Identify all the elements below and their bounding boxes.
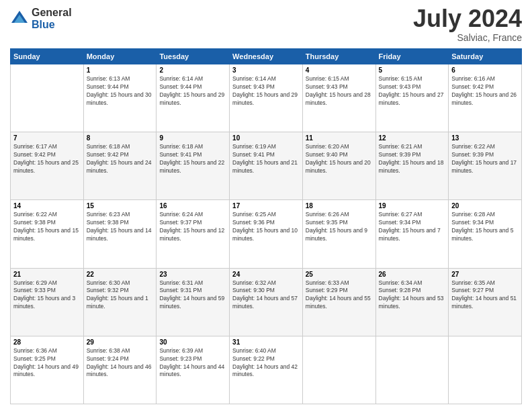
table-cell: 14Sunrise: 6:22 AMSunset: 9:38 PMDayligh… xyxy=(11,200,84,268)
calendar-table: Sunday Monday Tuesday Wednesday Thursday… xyxy=(10,48,522,404)
day-info: Sunrise: 6:25 AMSunset: 9:36 PMDaylight:… xyxy=(232,211,300,243)
day-info: Sunrise: 6:33 AMSunset: 9:29 PMDaylight:… xyxy=(306,279,373,312)
day-info: Sunrise: 6:24 AMSunset: 9:37 PMDaylight:… xyxy=(159,211,226,243)
day-info: Sunrise: 6:31 AMSunset: 9:31 PMDaylight:… xyxy=(159,279,226,312)
day-number: 23 xyxy=(159,271,226,278)
day-number: 20 xyxy=(451,202,519,210)
table-cell xyxy=(449,336,522,404)
day-info: Sunrise: 6:30 AMSunset: 9:32 PMDaylight:… xyxy=(87,279,154,312)
table-cell: 4Sunrise: 6:15 AMSunset: 9:43 PMDaylight… xyxy=(302,64,375,132)
table-cell xyxy=(375,336,449,404)
col-saturday: Saturday xyxy=(449,49,522,64)
day-info: Sunrise: 6:38 AMSunset: 9:24 PMDaylight:… xyxy=(87,347,154,379)
week-row-5: 28Sunrise: 6:36 AMSunset: 9:25 PMDayligh… xyxy=(11,336,522,404)
day-info: Sunrise: 6:21 AMSunset: 9:39 PMDaylight:… xyxy=(379,143,446,175)
logo: General Blue xyxy=(10,7,72,30)
day-number: 5 xyxy=(379,66,446,74)
table-cell: 29Sunrise: 6:38 AMSunset: 9:24 PMDayligh… xyxy=(83,336,157,404)
table-cell: 18Sunrise: 6:26 AMSunset: 9:35 PMDayligh… xyxy=(302,200,375,268)
day-number: 10 xyxy=(232,134,300,142)
day-number: 22 xyxy=(87,271,154,278)
day-number: 13 xyxy=(451,134,519,142)
day-info: Sunrise: 6:19 AMSunset: 9:41 PMDaylight:… xyxy=(232,143,300,175)
title-location: Salviac, France xyxy=(413,32,522,43)
col-monday: Monday xyxy=(83,49,157,64)
table-cell: 5Sunrise: 6:15 AMSunset: 9:43 PMDaylight… xyxy=(375,64,449,132)
day-number: 7 xyxy=(13,134,81,142)
week-row-4: 21Sunrise: 6:29 AMSunset: 9:33 PMDayligh… xyxy=(11,268,522,336)
table-cell: 1Sunrise: 6:13 AMSunset: 9:44 PMDaylight… xyxy=(83,64,157,132)
day-number: 30 xyxy=(159,338,226,346)
table-cell: 21Sunrise: 6:29 AMSunset: 9:33 PMDayligh… xyxy=(11,268,84,336)
col-friday: Friday xyxy=(375,49,449,64)
day-number: 4 xyxy=(306,66,373,74)
day-info: Sunrise: 6:32 AMSunset: 9:30 PMDaylight:… xyxy=(232,279,300,312)
table-cell: 17Sunrise: 6:25 AMSunset: 9:36 PMDayligh… xyxy=(230,200,303,268)
table-cell: 16Sunrise: 6:24 AMSunset: 9:37 PMDayligh… xyxy=(157,200,230,268)
table-cell: 10Sunrise: 6:19 AMSunset: 9:41 PMDayligh… xyxy=(230,132,303,200)
day-number: 15 xyxy=(87,202,154,210)
title-block: July 2024 Salviac, France xyxy=(413,7,522,43)
day-info: Sunrise: 6:26 AMSunset: 9:35 PMDaylight:… xyxy=(306,211,373,243)
day-info: Sunrise: 6:35 AMSunset: 9:27 PMDaylight:… xyxy=(451,279,519,312)
table-cell: 24Sunrise: 6:32 AMSunset: 9:30 PMDayligh… xyxy=(230,268,303,336)
week-row-3: 14Sunrise: 6:22 AMSunset: 9:38 PMDayligh… xyxy=(11,200,522,268)
table-cell: 27Sunrise: 6:35 AMSunset: 9:27 PMDayligh… xyxy=(449,268,522,336)
day-number: 17 xyxy=(232,202,300,210)
table-cell: 19Sunrise: 6:27 AMSunset: 9:34 PMDayligh… xyxy=(375,200,449,268)
day-number: 9 xyxy=(159,134,226,142)
logo-blue: Blue xyxy=(32,19,72,31)
day-info: Sunrise: 6:36 AMSunset: 9:25 PMDaylight:… xyxy=(13,347,81,379)
day-info: Sunrise: 6:40 AMSunset: 9:22 PMDaylight:… xyxy=(232,347,300,379)
day-number: 16 xyxy=(159,202,226,210)
day-number: 8 xyxy=(87,134,154,142)
table-cell: 30Sunrise: 6:39 AMSunset: 9:23 PMDayligh… xyxy=(157,336,230,404)
col-sunday: Sunday xyxy=(11,49,84,64)
day-info: Sunrise: 6:39 AMSunset: 9:23 PMDaylight:… xyxy=(159,347,226,379)
day-number: 18 xyxy=(306,202,373,210)
day-number: 2 xyxy=(159,66,226,74)
table-cell: 15Sunrise: 6:23 AMSunset: 9:38 PMDayligh… xyxy=(83,200,157,268)
table-cell: 2Sunrise: 6:14 AMSunset: 9:44 PMDaylight… xyxy=(157,64,230,132)
day-info: Sunrise: 6:15 AMSunset: 9:43 PMDaylight:… xyxy=(379,75,446,107)
table-cell: 9Sunrise: 6:18 AMSunset: 9:41 PMDaylight… xyxy=(157,132,230,200)
header: General Blue July 2024 Salviac, France xyxy=(10,7,522,43)
title-month: July 2024 xyxy=(413,7,522,31)
day-number: 12 xyxy=(379,134,446,142)
day-number: 19 xyxy=(379,202,446,210)
day-info: Sunrise: 6:27 AMSunset: 9:34 PMDaylight:… xyxy=(379,211,446,243)
table-cell: 8Sunrise: 6:18 AMSunset: 9:42 PMDaylight… xyxy=(83,132,157,200)
day-info: Sunrise: 6:23 AMSunset: 9:38 PMDaylight:… xyxy=(87,211,154,243)
table-cell: 3Sunrise: 6:14 AMSunset: 9:43 PMDaylight… xyxy=(230,64,303,132)
col-wednesday: Wednesday xyxy=(230,49,303,64)
day-info: Sunrise: 6:14 AMSunset: 9:44 PMDaylight:… xyxy=(159,75,226,107)
day-info: Sunrise: 6:29 AMSunset: 9:33 PMDaylight:… xyxy=(13,279,81,312)
table-cell: 23Sunrise: 6:31 AMSunset: 9:31 PMDayligh… xyxy=(157,268,230,336)
page: General Blue July 2024 Salviac, France S… xyxy=(0,0,532,411)
week-row-2: 7Sunrise: 6:17 AMSunset: 9:42 PMDaylight… xyxy=(11,132,522,200)
day-number: 6 xyxy=(451,66,519,74)
day-number: 28 xyxy=(13,338,81,346)
table-cell: 22Sunrise: 6:30 AMSunset: 9:32 PMDayligh… xyxy=(83,268,157,336)
table-cell: 13Sunrise: 6:22 AMSunset: 9:39 PMDayligh… xyxy=(449,132,522,200)
day-number: 21 xyxy=(13,271,81,278)
day-info: Sunrise: 6:14 AMSunset: 9:43 PMDaylight:… xyxy=(232,75,300,107)
table-cell: 25Sunrise: 6:33 AMSunset: 9:29 PMDayligh… xyxy=(302,268,375,336)
day-number: 3 xyxy=(232,66,300,74)
day-info: Sunrise: 6:16 AMSunset: 9:42 PMDaylight:… xyxy=(451,75,519,107)
day-info: Sunrise: 6:17 AMSunset: 9:42 PMDaylight:… xyxy=(13,143,81,175)
logo-text: General Blue xyxy=(32,7,72,30)
col-thursday: Thursday xyxy=(302,49,375,64)
day-info: Sunrise: 6:28 AMSunset: 9:34 PMDaylight:… xyxy=(451,211,519,243)
table-cell xyxy=(11,64,84,132)
table-cell: 31Sunrise: 6:40 AMSunset: 9:22 PMDayligh… xyxy=(230,336,303,404)
table-cell: 7Sunrise: 6:17 AMSunset: 9:42 PMDaylight… xyxy=(11,132,84,200)
logo-icon xyxy=(10,9,29,28)
table-cell: 12Sunrise: 6:21 AMSunset: 9:39 PMDayligh… xyxy=(375,132,449,200)
day-number: 25 xyxy=(306,271,373,278)
logo-general: General xyxy=(32,7,72,19)
day-number: 24 xyxy=(232,271,300,278)
day-info: Sunrise: 6:18 AMSunset: 9:42 PMDaylight:… xyxy=(87,143,154,175)
day-number: 14 xyxy=(13,202,81,210)
day-info: Sunrise: 6:13 AMSunset: 9:44 PMDaylight:… xyxy=(87,75,154,107)
